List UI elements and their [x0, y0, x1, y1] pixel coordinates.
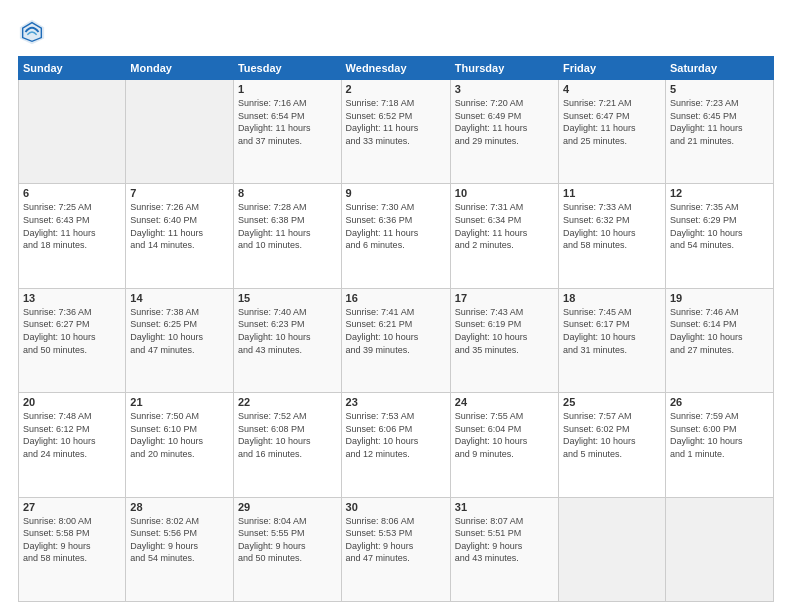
- day-info: Sunrise: 7:38 AM Sunset: 6:25 PM Dayligh…: [130, 306, 229, 356]
- cell-w4-d6: 26Sunrise: 7:59 AM Sunset: 6:00 PM Dayli…: [665, 393, 773, 497]
- day-info: Sunrise: 7:48 AM Sunset: 6:12 PM Dayligh…: [23, 410, 121, 460]
- day-number: 13: [23, 292, 121, 304]
- cell-w5-d5: [559, 497, 666, 601]
- cell-w3-d1: 14Sunrise: 7:38 AM Sunset: 6:25 PM Dayli…: [126, 288, 234, 392]
- day-info: Sunrise: 8:00 AM Sunset: 5:58 PM Dayligh…: [23, 515, 121, 565]
- day-number: 26: [670, 396, 769, 408]
- cell-w3-d2: 15Sunrise: 7:40 AM Sunset: 6:23 PM Dayli…: [233, 288, 341, 392]
- cell-w1-d4: 3Sunrise: 7:20 AM Sunset: 6:49 PM Daylig…: [450, 80, 558, 184]
- cell-w2-d2: 8Sunrise: 7:28 AM Sunset: 6:38 PM Daylig…: [233, 184, 341, 288]
- cell-w4-d5: 25Sunrise: 7:57 AM Sunset: 6:02 PM Dayli…: [559, 393, 666, 497]
- day-info: Sunrise: 7:16 AM Sunset: 6:54 PM Dayligh…: [238, 97, 337, 147]
- day-info: Sunrise: 7:53 AM Sunset: 6:06 PM Dayligh…: [346, 410, 446, 460]
- day-number: 10: [455, 187, 554, 199]
- cell-w3-d4: 17Sunrise: 7:43 AM Sunset: 6:19 PM Dayli…: [450, 288, 558, 392]
- day-info: Sunrise: 8:04 AM Sunset: 5:55 PM Dayligh…: [238, 515, 337, 565]
- day-info: Sunrise: 7:43 AM Sunset: 6:19 PM Dayligh…: [455, 306, 554, 356]
- day-info: Sunrise: 7:36 AM Sunset: 6:27 PM Dayligh…: [23, 306, 121, 356]
- day-info: Sunrise: 7:57 AM Sunset: 6:02 PM Dayligh…: [563, 410, 661, 460]
- cell-w1-d1: [126, 80, 234, 184]
- header-tuesday: Tuesday: [233, 57, 341, 80]
- cell-w1-d0: [19, 80, 126, 184]
- day-number: 4: [563, 83, 661, 95]
- cell-w2-d6: 12Sunrise: 7:35 AM Sunset: 6:29 PM Dayli…: [665, 184, 773, 288]
- cell-w4-d2: 22Sunrise: 7:52 AM Sunset: 6:08 PM Dayli…: [233, 393, 341, 497]
- day-number: 24: [455, 396, 554, 408]
- header: [18, 18, 774, 46]
- header-thursday: Thursday: [450, 57, 558, 80]
- week-row-2: 6Sunrise: 7:25 AM Sunset: 6:43 PM Daylig…: [19, 184, 774, 288]
- day-info: Sunrise: 7:21 AM Sunset: 6:47 PM Dayligh…: [563, 97, 661, 147]
- header-wednesday: Wednesday: [341, 57, 450, 80]
- day-info: Sunrise: 7:25 AM Sunset: 6:43 PM Dayligh…: [23, 201, 121, 251]
- week-row-4: 20Sunrise: 7:48 AM Sunset: 6:12 PM Dayli…: [19, 393, 774, 497]
- day-number: 8: [238, 187, 337, 199]
- day-number: 14: [130, 292, 229, 304]
- day-number: 22: [238, 396, 337, 408]
- cell-w1-d6: 5Sunrise: 7:23 AM Sunset: 6:45 PM Daylig…: [665, 80, 773, 184]
- cell-w2-d4: 10Sunrise: 7:31 AM Sunset: 6:34 PM Dayli…: [450, 184, 558, 288]
- cell-w5-d4: 31Sunrise: 8:07 AM Sunset: 5:51 PM Dayli…: [450, 497, 558, 601]
- cell-w1-d5: 4Sunrise: 7:21 AM Sunset: 6:47 PM Daylig…: [559, 80, 666, 184]
- week-row-3: 13Sunrise: 7:36 AM Sunset: 6:27 PM Dayli…: [19, 288, 774, 392]
- day-info: Sunrise: 7:52 AM Sunset: 6:08 PM Dayligh…: [238, 410, 337, 460]
- header-row: SundayMondayTuesdayWednesdayThursdayFrid…: [19, 57, 774, 80]
- page: SundayMondayTuesdayWednesdayThursdayFrid…: [0, 0, 792, 612]
- header-saturday: Saturday: [665, 57, 773, 80]
- logo: [18, 18, 50, 46]
- week-row-1: 1Sunrise: 7:16 AM Sunset: 6:54 PM Daylig…: [19, 80, 774, 184]
- day-number: 30: [346, 501, 446, 513]
- day-number: 27: [23, 501, 121, 513]
- day-number: 31: [455, 501, 554, 513]
- day-info: Sunrise: 8:07 AM Sunset: 5:51 PM Dayligh…: [455, 515, 554, 565]
- day-number: 17: [455, 292, 554, 304]
- day-number: 12: [670, 187, 769, 199]
- day-number: 6: [23, 187, 121, 199]
- week-row-5: 27Sunrise: 8:00 AM Sunset: 5:58 PM Dayli…: [19, 497, 774, 601]
- logo-icon: [18, 18, 46, 46]
- day-number: 23: [346, 396, 446, 408]
- day-info: Sunrise: 8:02 AM Sunset: 5:56 PM Dayligh…: [130, 515, 229, 565]
- day-info: Sunrise: 7:55 AM Sunset: 6:04 PM Dayligh…: [455, 410, 554, 460]
- cell-w5-d6: [665, 497, 773, 601]
- day-number: 25: [563, 396, 661, 408]
- day-number: 7: [130, 187, 229, 199]
- cell-w2-d1: 7Sunrise: 7:26 AM Sunset: 6:40 PM Daylig…: [126, 184, 234, 288]
- cell-w5-d1: 28Sunrise: 8:02 AM Sunset: 5:56 PM Dayli…: [126, 497, 234, 601]
- cell-w2-d5: 11Sunrise: 7:33 AM Sunset: 6:32 PM Dayli…: [559, 184, 666, 288]
- cell-w3-d0: 13Sunrise: 7:36 AM Sunset: 6:27 PM Dayli…: [19, 288, 126, 392]
- day-info: Sunrise: 7:28 AM Sunset: 6:38 PM Dayligh…: [238, 201, 337, 251]
- cell-w4-d3: 23Sunrise: 7:53 AM Sunset: 6:06 PM Dayli…: [341, 393, 450, 497]
- day-info: Sunrise: 7:31 AM Sunset: 6:34 PM Dayligh…: [455, 201, 554, 251]
- day-number: 1: [238, 83, 337, 95]
- day-info: Sunrise: 7:20 AM Sunset: 6:49 PM Dayligh…: [455, 97, 554, 147]
- cell-w2-d3: 9Sunrise: 7:30 AM Sunset: 6:36 PM Daylig…: [341, 184, 450, 288]
- day-number: 28: [130, 501, 229, 513]
- day-number: 19: [670, 292, 769, 304]
- cell-w5-d2: 29Sunrise: 8:04 AM Sunset: 5:55 PM Dayli…: [233, 497, 341, 601]
- day-info: Sunrise: 7:41 AM Sunset: 6:21 PM Dayligh…: [346, 306, 446, 356]
- day-number: 5: [670, 83, 769, 95]
- day-number: 11: [563, 187, 661, 199]
- day-info: Sunrise: 7:35 AM Sunset: 6:29 PM Dayligh…: [670, 201, 769, 251]
- cell-w3-d5: 18Sunrise: 7:45 AM Sunset: 6:17 PM Dayli…: [559, 288, 666, 392]
- day-info: Sunrise: 7:59 AM Sunset: 6:00 PM Dayligh…: [670, 410, 769, 460]
- day-info: Sunrise: 7:26 AM Sunset: 6:40 PM Dayligh…: [130, 201, 229, 251]
- cell-w5-d3: 30Sunrise: 8:06 AM Sunset: 5:53 PM Dayli…: [341, 497, 450, 601]
- day-info: Sunrise: 7:40 AM Sunset: 6:23 PM Dayligh…: [238, 306, 337, 356]
- day-info: Sunrise: 7:45 AM Sunset: 6:17 PM Dayligh…: [563, 306, 661, 356]
- calendar-table: SundayMondayTuesdayWednesdayThursdayFrid…: [18, 56, 774, 602]
- cell-w4-d0: 20Sunrise: 7:48 AM Sunset: 6:12 PM Dayli…: [19, 393, 126, 497]
- day-info: Sunrise: 7:23 AM Sunset: 6:45 PM Dayligh…: [670, 97, 769, 147]
- header-monday: Monday: [126, 57, 234, 80]
- calendar: SundayMondayTuesdayWednesdayThursdayFrid…: [18, 56, 774, 602]
- cell-w5-d0: 27Sunrise: 8:00 AM Sunset: 5:58 PM Dayli…: [19, 497, 126, 601]
- day-number: 20: [23, 396, 121, 408]
- cell-w1-d2: 1Sunrise: 7:16 AM Sunset: 6:54 PM Daylig…: [233, 80, 341, 184]
- cell-w1-d3: 2Sunrise: 7:18 AM Sunset: 6:52 PM Daylig…: [341, 80, 450, 184]
- calendar-header: SundayMondayTuesdayWednesdayThursdayFrid…: [19, 57, 774, 80]
- day-number: 3: [455, 83, 554, 95]
- day-number: 18: [563, 292, 661, 304]
- header-sunday: Sunday: [19, 57, 126, 80]
- day-info: Sunrise: 8:06 AM Sunset: 5:53 PM Dayligh…: [346, 515, 446, 565]
